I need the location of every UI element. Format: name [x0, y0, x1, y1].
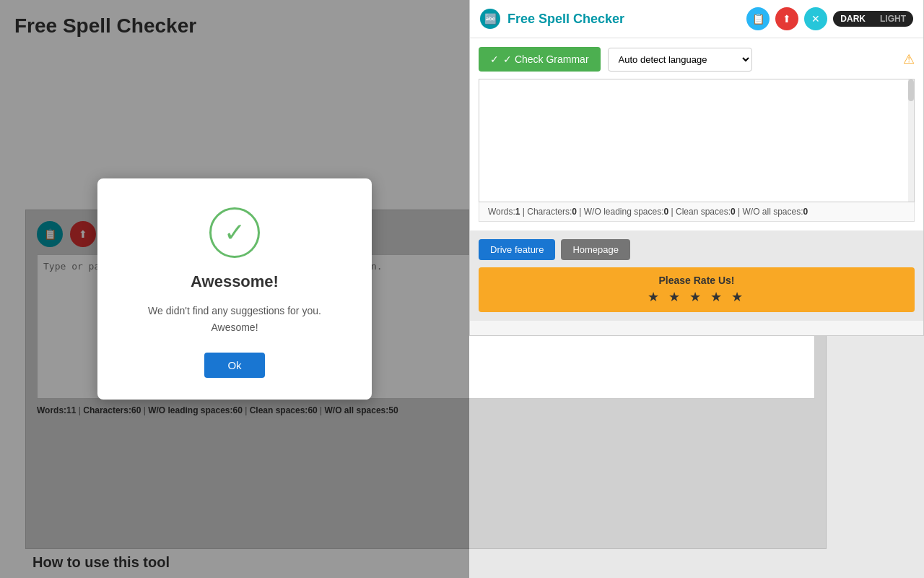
ext-body: ✓ ✓ Check Grammar Auto detect language E… [470, 38, 923, 230]
language-select[interactable]: Auto detect language English Spanish Fre… [608, 48, 752, 72]
rate-stars: ★ ★ ★ ★ ★ [486, 289, 907, 305]
ext-toolbar: ✓ ✓ Check Grammar Auto detect language E… [479, 47, 915, 72]
check-icon: ✓ [490, 53, 499, 65]
modal-ok-btn[interactable]: Ok [204, 353, 264, 378]
ext-header-buttons: 📋 ⬆ ✕ DARK LIGHT [746, 7, 913, 30]
modal-message: We didn't find any suggestions for you. … [119, 303, 350, 335]
ext-textarea-wrap [479, 79, 915, 202]
ext-header: 🔤 Free Spell Checker 📋 ⬆ ✕ DARK LIGHT [470, 0, 923, 38]
modal-check-circle: ✓ [209, 207, 260, 258]
ext-scrollbar[interactable] [908, 79, 914, 202]
ext-clean-label: Clean spaces: [676, 207, 731, 217]
ext-upload-btn[interactable]: ⬆ [775, 7, 798, 30]
ext-clean-val: 0 [731, 207, 736, 217]
ext-scroll-thumb [908, 79, 914, 101]
ext-logo: 🔤 [480, 9, 500, 29]
logo-icon: 🔤 [484, 13, 497, 25]
ext-wo-leading-label: W/O leading spaces: [584, 207, 664, 217]
ext-stats: Words:1 | Characters:0 | W/O leading spa… [479, 202, 915, 222]
homepage-btn[interactable]: Homepage [561, 239, 630, 260]
rate-bar[interactable]: Please Rate Us! ★ ★ ★ ★ ★ [479, 267, 915, 312]
ext-chars-label: Characters: [527, 207, 572, 217]
ext-bottom: Drive feature Homepage Please Rate Us! ★… [470, 230, 923, 321]
modal-title: Awessome! [119, 272, 350, 291]
check-grammar-btn[interactable]: ✓ ✓ Check Grammar [479, 47, 601, 72]
rate-title: Please Rate Us! [486, 275, 907, 286]
extension-panel: 🔤 Free Spell Checker 📋 ⬆ ✕ DARK LIGHT ✓ … [469, 0, 924, 336]
ext-chars-val: 0 [572, 207, 577, 217]
ext-close-btn[interactable]: ✕ [804, 7, 827, 30]
modal-message-line1: We didn't find any suggestions for you. [148, 305, 321, 316]
warning-icon: ⚠ [903, 51, 915, 67]
ext-copy-btn[interactable]: 📋 [746, 7, 770, 30]
dark-label: DARK [833, 11, 873, 27]
upload-icon: ⬆ [783, 13, 791, 25]
dark-light-toggle[interactable]: DARK LIGHT [833, 11, 913, 27]
ext-wo-leading-val: 0 [664, 207, 669, 217]
ext-wo-all-label: W/O all spaces: [743, 207, 803, 217]
ext-title: Free Spell Checker [507, 12, 739, 27]
modal-box: ✓ Awessome! We didn't find any suggestio… [97, 178, 372, 400]
close-icon: ✕ [811, 13, 820, 25]
modal-check-icon: ✓ [224, 217, 245, 248]
modal-overlay: ✓ Awessome! We didn't find any suggestio… [0, 0, 469, 578]
copy-icon: 📋 [752, 13, 764, 25]
ext-words-label: Words: [488, 207, 515, 217]
ext-words-val: 1 [515, 207, 520, 217]
modal-message-line2: Awesome! [211, 322, 258, 333]
drive-feature-btn[interactable]: Drive feature [479, 239, 555, 260]
ext-bottom-buttons: Drive feature Homepage [479, 239, 915, 260]
check-grammar-label: ✓ Check Grammar [503, 53, 589, 65]
ext-textarea[interactable] [479, 79, 914, 199]
ext-wo-all-val: 0 [803, 207, 808, 217]
light-label: LIGHT [873, 11, 913, 27]
